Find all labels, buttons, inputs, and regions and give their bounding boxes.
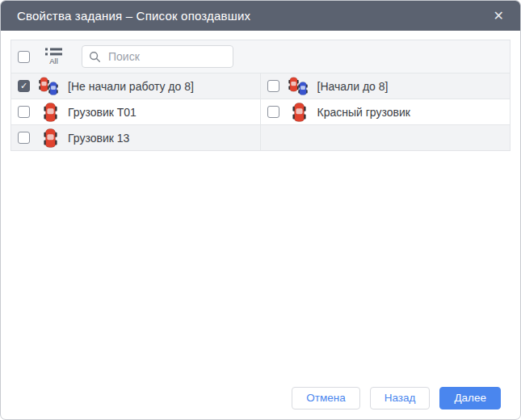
toolbar: All: [11, 40, 510, 73]
vehicle-list-item[interactable]: Грузовик Т01: [11, 99, 261, 124]
item-checkbox[interactable]: [18, 106, 30, 118]
item-label: Грузовик 13: [68, 132, 129, 145]
vehicle-grid: ✓ [Не начали работу до 8] [Начали до 8]: [11, 73, 510, 150]
close-icon[interactable]: ✕: [490, 8, 507, 24]
dialog-titlebar: Свойства задания – Список опоздавших ✕: [1, 1, 520, 31]
vehicle-group-icon: [287, 75, 313, 98]
item-label: Красный грузовик: [317, 106, 410, 119]
search-input[interactable]: [107, 49, 226, 64]
vehicle-list-item[interactable]: [Начали до 8]: [261, 73, 510, 99]
list-all-icon: [45, 48, 62, 56]
back-button[interactable]: Назад: [370, 387, 431, 410]
truck-icon: [37, 127, 63, 149]
dialog-title: Свойства задания – Список опоздавших: [17, 9, 250, 23]
item-checkbox[interactable]: ✓: [18, 80, 30, 92]
vehicle-list-item[interactable]: ✓ [Не начали работу до 8]: [11, 73, 261, 99]
vehicle-selection-panel: All ✓ [Не начали работу до 8]: [11, 40, 510, 151]
select-all-label: All: [49, 57, 58, 65]
item-label: Грузовик Т01: [68, 106, 137, 119]
select-all-checkbox[interactable]: [18, 51, 30, 63]
vehicle-list-item[interactable]: Красный грузовик: [261, 99, 510, 124]
empty-cell: [261, 124, 510, 150]
vehicle-list-item[interactable]: Грузовик 13: [11, 124, 261, 150]
cancel-button[interactable]: Отмена: [292, 387, 359, 410]
task-properties-dialog: Свойства задания – Список опоздавших ✕ A…: [0, 0, 521, 420]
search-icon: [89, 51, 101, 63]
search-box: [82, 45, 233, 68]
truck-icon: [37, 101, 63, 124]
vehicle-group-icon: [37, 75, 63, 98]
item-label: [Не начали работу до 8]: [68, 80, 194, 93]
item-checkbox[interactable]: [18, 132, 30, 144]
next-button[interactable]: Далее: [439, 387, 501, 410]
item-checkbox[interactable]: [267, 106, 279, 118]
truck-icon: [287, 101, 313, 124]
dialog-footer: Отмена Назад Далее: [292, 387, 501, 410]
item-label: [Начали до 8]: [317, 80, 389, 93]
select-all-groups-button[interactable]: All: [45, 48, 62, 65]
item-checkbox[interactable]: [267, 80, 279, 92]
